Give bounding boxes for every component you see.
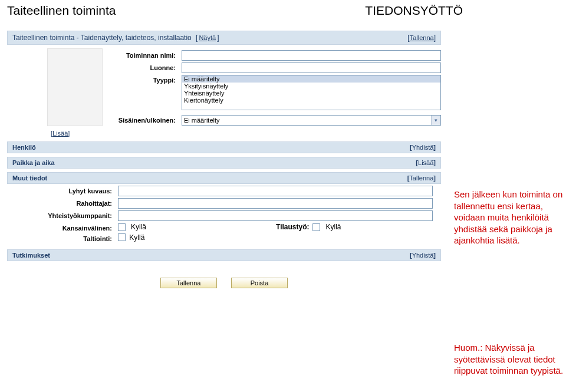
type-option-1[interactable]: Yksityisnäyttely xyxy=(182,83,440,90)
main-section-title: Taiteellinen toiminta - Taidenäyttely, t… xyxy=(12,34,192,42)
type-option-3[interactable]: Kiertonäyttely xyxy=(182,97,440,104)
placetime-title: Paikka ja aika xyxy=(12,159,55,166)
placetime-section: Paikka ja aika [Lisää] xyxy=(7,157,441,169)
recording-label: Taltiointi: xyxy=(7,233,118,242)
shortdesc-input[interactable] xyxy=(118,186,433,196)
research-link[interactable]: Yhdistä xyxy=(412,252,434,259)
other-link[interactable]: Tallenna xyxy=(409,174,433,182)
commissioned-checkbox[interactable] xyxy=(312,223,320,231)
funders-input[interactable] xyxy=(118,198,433,209)
funders-label: Rahoittajat: xyxy=(7,198,118,207)
page-title-left: Taiteellinen toiminta xyxy=(7,4,116,18)
partners-label: Yhteistyökumppanit: xyxy=(7,210,118,219)
show-link[interactable]: Näytä xyxy=(199,34,216,41)
intext-select[interactable]: Ei määritelty xyxy=(182,115,441,126)
intext-label: Sisäinen/ulkoinen: xyxy=(111,115,182,124)
name-label: Toiminnan nimi: xyxy=(111,50,182,59)
form-container: Taiteellinen toiminta - Taidenäyttely, t… xyxy=(7,31,441,288)
shortdesc-label: Lyhyt kuvaus: xyxy=(7,186,118,195)
person-link[interactable]: Yhdistä xyxy=(412,144,434,151)
nature-input[interactable] xyxy=(182,62,441,73)
commissioned-value: Kyllä xyxy=(325,223,341,231)
other-title: Muut tiedot xyxy=(12,174,47,182)
other-section: Muut tiedot [Tallenna] xyxy=(7,172,441,184)
type-label: Tyyppi: xyxy=(111,75,182,84)
page-title-right: TIEDONSYÖTTÖ xyxy=(365,4,463,18)
research-title: Tutkimukset xyxy=(12,252,50,259)
annotation-2: Huom.: Näkyvissä ja syötettävissä olevat… xyxy=(454,342,566,377)
delete-button[interactable]: Poista xyxy=(231,278,288,288)
type-option-0[interactable]: Ei määritelty xyxy=(182,75,440,83)
chevron-down-icon xyxy=(431,116,440,125)
research-section: Tutkimukset [Yhdistä] xyxy=(7,249,441,261)
image-placeholder[interactable] xyxy=(47,48,103,126)
person-title: Henkilö xyxy=(12,144,36,151)
international-checkbox[interactable] xyxy=(118,223,126,231)
save-button[interactable]: Tallenna xyxy=(160,278,217,288)
nature-label: Luonne: xyxy=(111,62,182,71)
partners-input[interactable] xyxy=(118,210,433,221)
type-option-2[interactable]: Yhteisnäyttely xyxy=(182,90,440,97)
placetime-link[interactable]: Lisää xyxy=(418,159,433,166)
annotation-1: Sen jälkeen kun toiminta on tallennettu … xyxy=(454,189,566,246)
commissioned-label: Tilaustyö: xyxy=(276,223,309,231)
international-value: Kyllä xyxy=(131,223,146,231)
main-section-bar: Taiteellinen toiminta - Taidenäyttely, t… xyxy=(7,31,441,45)
person-section: Henkilö [Yhdistä] xyxy=(7,141,441,153)
recording-value: Kyllä xyxy=(129,233,144,242)
type-listbox[interactable]: Ei määritelty Yksityisnäyttely Yhteisnäy… xyxy=(182,75,441,110)
recording-checkbox[interactable] xyxy=(118,233,126,241)
save-link-top[interactable]: Tallenna xyxy=(410,34,434,41)
page-header: Taiteellinen toiminta TIEDONSYÖTTÖ xyxy=(0,0,566,20)
name-input[interactable] xyxy=(182,50,441,61)
international-label: Kansainvälinen: xyxy=(7,223,118,232)
add-link[interactable]: Lisää xyxy=(52,130,68,137)
intext-value: Ei määritelty xyxy=(184,117,220,124)
